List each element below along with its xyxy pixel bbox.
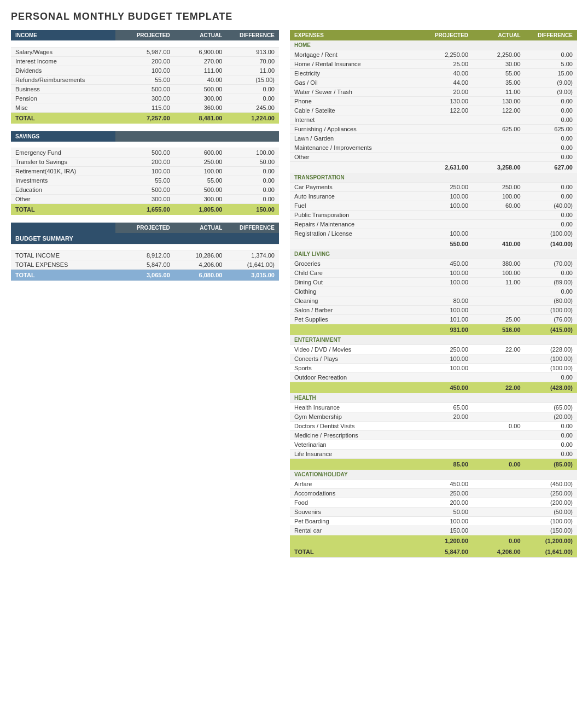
table-row: Outdoor Recreation0.00 — [290, 373, 577, 382]
table-row: Fuel100.0060.00(40.00) — [290, 201, 577, 211]
section-total-row: 931.00516.00(415.00) — [290, 324, 577, 336]
table-row: Maintenance / Improvements0.00 — [290, 143, 577, 153]
section-total-row: 85.000.00(85.00) — [290, 459, 577, 470]
savings-header: SAVINGS — [11, 131, 115, 142]
section-header-row: DAILY LIVING — [290, 249, 577, 259]
savings-diff-header — [226, 131, 279, 142]
table-row: Other300.00300.000.00 — [11, 195, 279, 204]
table-row: Doctors / Dentist Visits0.000.00 — [290, 422, 577, 431]
table-row: Misc115.00360.00245.00 — [11, 103, 279, 112]
left-panel: INCOME PROJECTED ACTUAL DIFFERENCE Salar… — [11, 30, 279, 289]
table-row: Pet Boarding100.00(100.00) — [290, 517, 577, 526]
table-row: Cleaning80.00(80.00) — [290, 296, 577, 306]
table-row: Education500.00500.000.00 — [11, 185, 279, 195]
table-row: Rental car150.00(150.00) — [290, 526, 577, 535]
table-row: Sports100.00(100.00) — [290, 364, 577, 373]
table-row: Car Payments250.00250.000.00 — [290, 183, 577, 192]
income-header: INCOME — [11, 30, 115, 40]
table-row: Salon / Barber100.00(100.00) — [290, 306, 577, 315]
income-table: INCOME PROJECTED ACTUAL DIFFERENCE Salar… — [11, 30, 279, 124]
summary-section-label: BUDGET SUMMARY — [11, 233, 279, 244]
table-row: Furnishing / Appliances625.00625.00 — [290, 125, 577, 134]
right-panel: EXPENSES PROJECTED ACTUAL DIFFERENCE HOM… — [290, 30, 577, 565]
section-total-row: 2,631.003,258.00627.00 — [290, 162, 577, 173]
table-row: Repairs / Maintenance0.00 — [290, 220, 577, 229]
summary-actual-header: ACTUAL — [174, 223, 227, 233]
table-row: Business500.00500.000.00 — [11, 84, 279, 94]
expenses-diff-header: DIFFERENCE — [525, 30, 577, 40]
table-row: Airfare450.00(450.00) — [290, 480, 577, 489]
summary-spacer — [11, 223, 115, 233]
page-title: PERSONAL MONTHLY BUDGET TEMPLATE — [11, 11, 577, 22]
table-row: Internet0.00 — [290, 115, 577, 125]
summary-table: PROJECTED ACTUAL DIFFERENCE BUDGET SUMMA… — [11, 223, 279, 281]
income-projected-header: PROJECTED — [115, 30, 174, 40]
section-header-row: VACATION/HOLIDAY — [290, 470, 577, 480]
table-row: Dividends100.00111.0011.00 — [11, 66, 279, 75]
summary-diff-header: DIFFERENCE — [226, 223, 279, 233]
table-row: Veterinarian0.00 — [290, 440, 577, 450]
table-row: Pension300.00300.000.00 — [11, 94, 279, 103]
savings-actual-header — [174, 131, 227, 142]
table-row: Food200.00(200.00) — [290, 498, 577, 507]
table-row: Public Transporation0.00 — [290, 211, 577, 220]
table-row: Medicine / Prescriptions0.00 — [290, 431, 577, 440]
expenses-projected-header: PROJECTED — [414, 30, 473, 40]
section-header-row: TRANSPORTATION — [290, 173, 577, 183]
table-row: Salary/Wages5,987.006,900.00913.00 — [11, 47, 279, 56]
table-row: Groceries450.00380.00(70.00) — [290, 259, 577, 269]
table-row: Electricity40.0055.0015.00 — [290, 69, 577, 78]
section-total-row: 550.00410.00(140.00) — [290, 238, 577, 250]
total-row: TOTAL1,655.001,805.00150.00 — [11, 204, 279, 215]
table-row: Transfer to Savings200.00250.0050.00 — [11, 157, 279, 167]
table-row: Phone130.00130.000.00 — [290, 97, 577, 106]
table-row: Health Insurance65.00(65.00) — [290, 403, 577, 412]
table-row: Auto Insurance100.00100.000.00 — [290, 192, 577, 201]
section-header-row: HOME — [290, 40, 577, 50]
table-row: Gym Membership20.00(20.00) — [290, 412, 577, 422]
table-row: Cable / Satelite122.00122.000.00 — [290, 106, 577, 115]
table-row: Investments55.0055.000.00 — [11, 176, 279, 185]
table-row: Retirement(401K, IRA)100.00100.000.00 — [11, 167, 279, 176]
table-row: Clothing0.00 — [290, 287, 577, 296]
table-row: Interest Income200.00270.0070.00 — [11, 56, 279, 66]
total-row: TOTAL7,257.008,481.001,224.00 — [11, 112, 279, 124]
income-actual-header: ACTUAL — [174, 30, 227, 40]
table-row: Concerts / Plays100.00(100.00) — [290, 354, 577, 364]
table-row: Gas / Oil44.0035.00(9.00) — [290, 78, 577, 87]
summary-projected-header: PROJECTED — [115, 223, 174, 233]
expenses-header: EXPENSES — [290, 30, 414, 40]
table-row: Child Care100.00100.000.00 — [290, 269, 577, 278]
section-total-row: 1,200.000.00(1,200.00) — [290, 535, 577, 547]
table-row: Other0.00 — [290, 153, 577, 162]
table-row: Lawn / Garden0.00 — [290, 134, 577, 143]
savings-projected-header — [115, 131, 174, 142]
section-total-row: 450.0022.00(428.00) — [290, 382, 577, 394]
table-row: Life Insurance0.00 — [290, 450, 577, 459]
table-row: Mortgage / Rent2,250.002,250.000.00 — [290, 50, 577, 60]
expenses-grand-total-row: TOTAL5,847.004,206.00(1,641.00) — [290, 546, 577, 558]
table-row: Souvenirs50.00(50.00) — [290, 507, 577, 517]
table-row: Water / Sewer / Trash20.0011.00(9.00) — [290, 87, 577, 97]
table-row: TOTAL EXPENSES5,847.004,206.00(1,641.00) — [11, 260, 279, 270]
table-row: Home / Rental Insurance25.0030.005.00 — [290, 60, 577, 69]
section-header-row: HEALTH — [290, 393, 577, 403]
budget-grand-total-row: TOTAL3,065.006,080.003,015.00 — [11, 270, 279, 281]
table-row: Refunds/Reimbursements55.0040.00(15.00) — [11, 75, 279, 84]
table-row: Registration / License100.00(100.00) — [290, 229, 577, 238]
expenses-table: EXPENSES PROJECTED ACTUAL DIFFERENCE HOM… — [290, 30, 577, 558]
table-row: Video / DVD / Movies250.0022.00(228.00) — [290, 345, 577, 354]
table-row: Emergency Fund500.00600.00100.00 — [11, 148, 279, 157]
table-row: Dining Out100.0011.00(89.00) — [290, 278, 577, 287]
table-row: Pet Supplies101.0025.00(76.00) — [290, 315, 577, 324]
table-row: Accomodations250.00(250.00) — [290, 489, 577, 498]
section-header-row: ENTERTAINMENT — [290, 335, 577, 345]
savings-table: SAVINGS Emergency Fund500.00600.00100.00… — [11, 131, 279, 215]
table-row: TOTAL INCOME8,912.0010,286.001,374.00 — [11, 251, 279, 260]
expenses-actual-header: ACTUAL — [473, 30, 525, 40]
income-diff-header: DIFFERENCE — [226, 30, 279, 40]
